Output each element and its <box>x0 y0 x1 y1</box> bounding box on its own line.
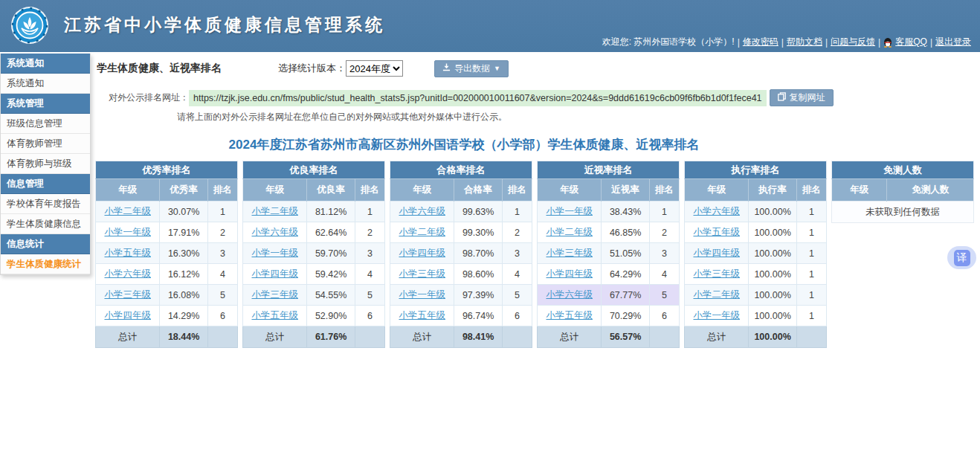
grade-link[interactable]: 小学二年级 <box>251 206 298 216</box>
grade-cell: 小学六年级 <box>685 202 749 222</box>
sidebar-item-pe-teacher-class[interactable]: 体育教师与班级 <box>1 154 90 174</box>
rank-cell: 2 <box>207 222 237 243</box>
table-header-row: 年级优秀率排名 <box>96 179 238 202</box>
rank-cell: 2 <box>502 222 532 243</box>
rank-table: 免测人数年级免测人数未获取到任何数据 <box>831 161 974 223</box>
grade-link[interactable]: 小学五年级 <box>251 310 298 320</box>
rate-cell: 38.43% <box>602 202 649 222</box>
sidebar-group-header: 信息统计 <box>1 234 90 254</box>
rank-table: 优良率排名年级优良率排名小学二年级81.12%1小学六年级62.64%2小学一年… <box>242 161 385 348</box>
table-row: 小学二年级100.00%1 <box>685 285 827 306</box>
grade-link[interactable]: 小学一年级 <box>693 310 740 320</box>
grade-link[interactable]: 小学四年级 <box>251 268 298 279</box>
sidebar-item-class-info-mgmt[interactable]: 班级信息管理 <box>1 114 90 134</box>
grade-link[interactable]: 小学一年级 <box>399 289 445 300</box>
rank-cell: 1 <box>649 202 679 222</box>
logout-link[interactable]: 退出登录 <box>935 36 971 48</box>
rank-cell: 6 <box>355 306 384 326</box>
app-title: 江苏省中小学体质健康信息管理系统 <box>64 13 385 36</box>
rate-cell: 54.55% <box>307 285 355 306</box>
total-value: 98.41% <box>454 326 502 348</box>
grade-cell: 小学六年级 <box>390 202 454 222</box>
table-row: 小学六年级62.64%2 <box>243 222 385 243</box>
publish-url-value[interactable]: https://tzjk.jse.edu.cn/fms/public/stud_… <box>189 90 767 106</box>
version-select[interactable]: 2024年度 <box>346 60 403 77</box>
rank-cell: 1 <box>355 202 384 222</box>
grade-link[interactable]: 小学三年级 <box>546 248 593 258</box>
grade-cell: 小学四年级 <box>390 243 454 264</box>
rank-cell: 4 <box>355 264 384 285</box>
grade-cell: 小学四年级 <box>685 243 749 264</box>
sidebar-item-pe-teacher-mgmt[interactable]: 体育教师管理 <box>1 134 90 154</box>
rate-cell: 100.00% <box>749 285 796 306</box>
table-row: 小学五年级96.74%6 <box>390 306 532 326</box>
rate-cell: 100.00% <box>749 243 796 264</box>
main-content: 学生体质健康、近视率排名 选择统计版本： 2024年度 导出数据 ▼ 对外公示排… <box>91 52 980 348</box>
sidebar-item-student-health-info[interactable]: 学生体质健康信息 <box>1 214 90 234</box>
grade-link[interactable]: 小学六年级 <box>693 206 740 216</box>
rank-table: 执行率排名年级执行率排名小学六年级100.00%1小学五年级100.00%1小学… <box>684 161 827 348</box>
grade-link[interactable]: 小学二年级 <box>104 206 151 216</box>
grade-link[interactable]: 小学三年级 <box>693 268 740 279</box>
grade-cell: 小学二年级 <box>538 222 602 243</box>
table-title: 免测人数 <box>832 161 974 179</box>
sidebar-item-school-pe-annual-report[interactable]: 学校体育年度报告 <box>1 194 90 214</box>
column-header: 排名 <box>355 179 384 202</box>
feedback-link[interactable]: 问题与反馈 <box>831 36 875 48</box>
sidebar-item-student-health-stats[interactable]: 学生体质健康统计 <box>1 254 90 274</box>
export-data-button[interactable]: 导出数据 ▼ <box>434 60 509 77</box>
sidebar-group-header: 信息管理 <box>1 174 90 194</box>
grade-link[interactable]: 小学一年级 <box>251 248 298 258</box>
rate-cell: 59.42% <box>307 264 355 285</box>
table-row: 小学三年级98.60%4 <box>390 264 532 285</box>
grade-link[interactable]: 小学四年级 <box>693 248 740 258</box>
grade-link[interactable]: 小学四年级 <box>399 248 445 258</box>
rank-cell: 1 <box>796 306 826 326</box>
grade-link[interactable]: 小学五年级 <box>546 310 593 320</box>
grade-link[interactable]: 小学二年级 <box>693 289 740 300</box>
grade-link[interactable]: 小学五年级 <box>693 227 740 237</box>
rate-cell: 52.90% <box>307 306 355 326</box>
grade-link[interactable]: 小学一年级 <box>104 227 151 237</box>
download-icon <box>442 63 451 74</box>
qq-icon <box>883 37 892 48</box>
rate-cell: 98.70% <box>454 243 502 264</box>
table-row: 小学四年级98.70%3 <box>390 243 532 264</box>
grade-link[interactable]: 小学六年级 <box>104 268 151 279</box>
rank-table: 近视率排名年级近视率排名小学一年级38.43%1小学二年级46.85%2小学三年… <box>537 161 680 348</box>
grade-link[interactable]: 小学一年级 <box>546 206 593 216</box>
rank-cell: 3 <box>207 243 237 264</box>
sidebar-item-system-notice[interactable]: 系统通知 <box>1 74 90 94</box>
grade-link[interactable]: 小学三年级 <box>251 289 298 300</box>
grade-link[interactable]: 小学二年级 <box>399 227 445 237</box>
total-value: 100.00% <box>749 326 796 348</box>
rate-cell: 97.39% <box>454 285 502 306</box>
grade-link[interactable]: 小学六年级 <box>251 227 298 237</box>
separator: | <box>930 37 932 48</box>
grade-link[interactable]: 小学四年级 <box>546 268 593 279</box>
grade-cell: 小学四年级 <box>538 264 602 285</box>
grade-link[interactable]: 小学三年级 <box>399 268 445 279</box>
table-header-row: 年级合格率排名 <box>390 179 532 202</box>
copy-url-button[interactable]: 复制网址 <box>770 89 834 106</box>
rate-cell: 51.05% <box>602 243 649 264</box>
grade-link[interactable]: 小学四年级 <box>104 310 151 320</box>
grade-cell: 小学六年级 <box>96 264 160 285</box>
grade-link[interactable]: 小学二年级 <box>546 227 593 237</box>
table-row: 小学六年级100.00%1 <box>685 202 827 222</box>
grade-link[interactable]: 小学五年级 <box>399 310 445 320</box>
help-doc-link[interactable]: 帮助文档 <box>787 36 822 48</box>
grade-link[interactable]: 小学六年级 <box>399 206 445 216</box>
rank-table: 合格率排名年级合格率排名小学六年级99.63%1小学二年级99.30%2小学四年… <box>390 161 532 348</box>
grade-link[interactable]: 小学六年级 <box>546 289 593 300</box>
column-header: 年级 <box>685 179 749 202</box>
total-rank <box>502 326 532 348</box>
grade-link[interactable]: 小学三年级 <box>104 289 151 300</box>
rate-cell: 100.00% <box>749 306 796 326</box>
rank-cell: 1 <box>796 202 826 222</box>
translate-widget[interactable]: 译 <box>947 246 976 269</box>
table-row: 小学一年级17.91%2 <box>96 222 238 243</box>
grade-link[interactable]: 小学五年级 <box>104 248 151 258</box>
qq-support-link[interactable]: 客服QQ <box>895 36 927 48</box>
change-password-link[interactable]: 修改密码 <box>743 36 778 48</box>
